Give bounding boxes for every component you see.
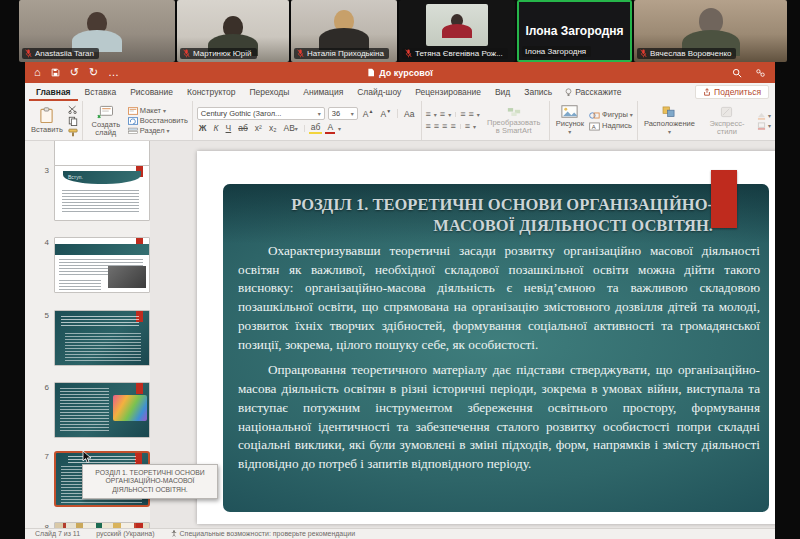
shape-outline-button[interactable]: ▾	[757, 122, 771, 130]
undo-icon[interactable]: ↺	[70, 67, 79, 78]
participant-name: Наталія Приходькіна	[307, 48, 384, 59]
new-slide-button[interactable]: Создать слайд	[87, 105, 125, 137]
tab-view[interactable]: Вид	[488, 83, 517, 101]
tab-slideshow[interactable]: Слайд-шоу	[350, 83, 408, 101]
chevron-down-icon: ▾	[163, 108, 166, 114]
textbox-icon: A	[589, 122, 600, 131]
slide-4-thumbnail[interactable]	[54, 237, 150, 293]
chevron-down-icon: ▾	[318, 110, 321, 117]
layout-button[interactable]: Макет▾	[128, 107, 188, 115]
cut-icon[interactable]	[68, 105, 78, 114]
slide-3-thumbnail[interactable]: Вступ.	[54, 165, 150, 221]
accessibility-check[interactable]: Специальные возможности: проверьте реком…	[171, 530, 356, 537]
font-color-button[interactable]: А	[325, 123, 335, 134]
justify-button[interactable]: ≡	[450, 122, 455, 131]
italic-button[interactable]: К	[212, 124, 221, 133]
slide-editor-area: РОЗДІЛ 1. ТЕОРЕТИЧНІ ОСНОВИ ОРГАНІЗАЦІЙН…	[150, 141, 775, 528]
shapes-button[interactable]: Фигуры▾	[589, 111, 633, 120]
current-slide-canvas[interactable]: РОЗДІЛ 1. ТЕОРЕТИЧНІ ОСНОВИ ОРГАНІЗАЦІЙН…	[197, 151, 775, 524]
textbox-button[interactable]: A Надпись	[589, 122, 633, 131]
align-left-button[interactable]: ≡	[426, 122, 431, 131]
slide-5-thumbnail[interactable]	[54, 310, 150, 366]
tab-insert[interactable]: Вставка	[78, 83, 124, 101]
participant-tile-active-speaker[interactable]: Ілона Загородня Ілона Загородня	[517, 0, 632, 62]
slide-paragraph: Опрацювання теоретичного матеріалу дає п…	[238, 361, 760, 473]
numbered-list-button[interactable]: ≡	[440, 110, 445, 119]
ribbon: Вставить Создать слайд Макет▾ Восс	[25, 101, 775, 141]
tab-transitions[interactable]: Переходы	[242, 83, 296, 101]
chevron-down-icon: ▾	[630, 112, 633, 118]
slide-number: 7	[41, 451, 49, 461]
red-tag	[136, 383, 143, 394]
grow-font-button[interactable]: А▲	[361, 109, 376, 118]
reset-button[interactable]: Восстановить	[128, 117, 188, 125]
arrange-button[interactable]: Расположение ▾	[642, 106, 697, 136]
clear-formatting-button[interactable]: Аа	[402, 110, 417, 119]
participant-tile[interactable]: Вячеслав Воровченко	[634, 0, 787, 62]
participant-video	[72, 12, 122, 52]
tab-design[interactable]: Конструктор	[180, 83, 242, 101]
slide-number: 3	[41, 165, 49, 175]
slide-6-thumbnail[interactable]	[54, 382, 150, 438]
picture-button[interactable]: Рисунок ▾	[554, 105, 586, 136]
tab-animations[interactable]: Анимация	[296, 83, 350, 101]
paste-button[interactable]: Вставить	[29, 107, 65, 134]
language-indicator[interactable]: русский (Украина)	[96, 530, 154, 537]
tab-record[interactable]: Запись	[517, 83, 559, 101]
chevron-down-icon: ▾	[448, 111, 451, 118]
chevron-down-icon: ▾	[338, 125, 341, 132]
columns-button[interactable]: ≡	[465, 122, 470, 131]
insert-group: Рисунок ▾ Фигуры▾ A Надпись	[550, 101, 638, 140]
participant-name-chip: Anastasiia Taran	[22, 48, 99, 59]
shape-fill-button[interactable]: ▾	[757, 112, 771, 120]
slide-counter[interactable]: Слайд 7 из 11	[35, 530, 80, 537]
section-button[interactable]: Раздел▾	[128, 127, 188, 135]
muted-mic-icon	[297, 49, 304, 58]
tab-review[interactable]: Рецензирование	[408, 83, 488, 101]
picture-icon	[561, 105, 578, 118]
align-center-button[interactable]: ≡	[434, 122, 439, 131]
bullet-list-button[interactable]: ≡	[426, 110, 431, 119]
font-size-combobox[interactable]: 36 ▾	[328, 107, 358, 120]
search-icon[interactable]	[732, 68, 742, 78]
share-button[interactable]: Поделиться	[695, 85, 769, 99]
redo-icon[interactable]: ↻	[89, 67, 98, 78]
slide-content-box[interactable]: РОЗДІЛ 1. ТЕОРЕТИЧНІ ОСНОВИ ОРГАНІЗАЦІЙН…	[223, 184, 769, 512]
highlight-color-button[interactable]: аб	[309, 123, 323, 134]
participant-tile[interactable]: Anastasiia Taran	[19, 0, 175, 62]
convert-to-smartart-button[interactable]: Преобразовать в SmartArt	[483, 107, 545, 135]
save-icon[interactable]	[51, 68, 60, 77]
tab-home[interactable]: Главная	[29, 83, 78, 101]
slide-body-text[interactable]: Охарактеризувавши теоретичні засади розв…	[238, 242, 760, 481]
shrink-font-button[interactable]: А▼	[378, 109, 393, 118]
sync-link-icon[interactable]	[755, 68, 766, 78]
copy-icon[interactable]	[68, 116, 78, 126]
line-spacing-button[interactable]: ≡	[468, 110, 473, 119]
strikethrough-button[interactable]: аб	[236, 124, 250, 133]
participant-tile[interactable]: Тетяна Євгенівна Рож...	[399, 0, 515, 62]
participant-tile[interactable]: Мартинюк Юрій	[177, 0, 289, 62]
bold-button[interactable]: Ж	[197, 124, 209, 133]
character-spacing-button[interactable]: АВ▾	[281, 124, 299, 133]
align-right-button[interactable]: ≡	[442, 122, 447, 131]
decrease-indent-button[interactable]: ≡	[460, 110, 465, 119]
subscript-button[interactable]: х₂	[267, 124, 279, 133]
format-painter-icon[interactable]	[68, 128, 78, 137]
superscript-button[interactable]: х²	[253, 124, 264, 133]
clipboard-icon	[39, 107, 54, 124]
muted-mic-icon	[640, 49, 647, 58]
font-group: Century Gothic (Загол... ▾ 36 ▾ А▲ А▼ Аа…	[193, 101, 422, 140]
quick-styles-button[interactable]: Экспресс-стили	[700, 106, 754, 136]
home-icon[interactable]: ⌂	[34, 67, 41, 78]
underline-button[interactable]: Ч	[224, 124, 234, 133]
font-name-combobox[interactable]: Century Gothic (Загол... ▾	[197, 107, 325, 120]
tell-me-box[interactable]: Расскажите	[559, 83, 627, 101]
tab-draw[interactable]: Рисование	[123, 83, 180, 101]
thumbnail-image	[113, 395, 147, 421]
quick-access-more-icon[interactable]: …	[108, 67, 119, 78]
slide-title[interactable]: РОЗДІЛ 1. ТЕОРЕТИЧНІ ОСНОВИ ОРГАНІЗАЦІЙН…	[253, 194, 713, 237]
paragraph-group: ≡▾ ≡▾ ≡ ≡▾ ≡ ≡ ≡ ≡ ≡▾ Преобразовать в Sm	[422, 101, 550, 140]
participant-tile[interactable]: Наталія Приходькіна	[291, 0, 397, 62]
document-icon	[367, 68, 375, 77]
red-accent-shape[interactable]	[711, 170, 737, 228]
